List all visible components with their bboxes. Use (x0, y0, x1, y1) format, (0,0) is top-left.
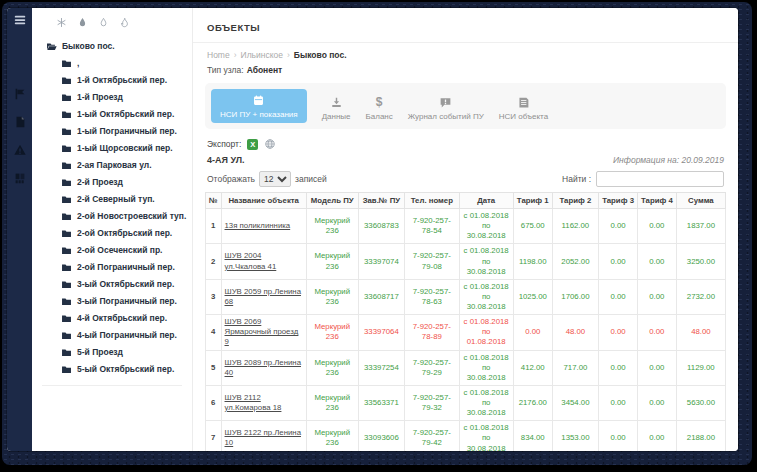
table-row: 3ШУВ 2059 пр.Ленина 68Меркурий 236336087… (206, 279, 726, 314)
table-row: 4ШУВ 2069 Ярмарочный проезд 9Меркурий 23… (206, 315, 726, 350)
tree-item[interactable]: 4-ый Пограничный пер. (61, 327, 192, 344)
flame-icon[interactable] (119, 17, 130, 28)
tree-item-label: 1-й Проезд (77, 89, 123, 106)
object-name-link[interactable]: ШУВ 2089 пр.Ленина 40 (225, 358, 301, 377)
table-body: 113я поликлинникаМеркурий 236336087837-9… (206, 209, 726, 452)
cell-tariff-4: 0.00 (637, 279, 676, 314)
cell-tariff-1: 834.00 (513, 421, 552, 451)
tree-item[interactable]: 3-ый Пограничный пер. (61, 293, 192, 310)
snowflake-icon[interactable] (56, 17, 67, 28)
tree-item-label: 1-ый Щорсовский пер. (77, 140, 173, 157)
date-line: с 01.08.2018 (463, 317, 510, 327)
drop-filled-icon[interactable] (77, 17, 88, 28)
tree-item[interactable]: 2-ой Осеченский пр. (61, 242, 192, 259)
tree-item[interactable]: 2-ая Парковая ул. (61, 157, 192, 174)
export-excel-icon[interactable]: X (247, 139, 258, 150)
column-header: Модель ПУ (306, 193, 358, 209)
warning-icon[interactable] (13, 143, 27, 157)
flag-icon[interactable] (13, 87, 27, 101)
page-size-select[interactable]: 12 (259, 171, 291, 187)
cell-tariff-1: 1025.00 (513, 279, 552, 314)
date-line: с 01.08.2018 (463, 423, 510, 433)
cell-date-range: с 01.08.2018по 30.08.2018 (459, 279, 513, 314)
tree-item[interactable]: 2-ой Пограничный пер. (61, 259, 192, 276)
column-header: Тариф 3 (599, 193, 638, 209)
tree-item[interactable]: , (61, 55, 192, 72)
ledger-icon (517, 96, 530, 109)
cell-serial-number: 33608717 (358, 279, 405, 314)
search-label: Найти : (562, 174, 591, 184)
tree-item[interactable]: 4-й Октябрьский пер. (61, 310, 192, 327)
object-name-link[interactable]: ШУВ 2059 пр.Ленина 68 (225, 287, 301, 306)
drop-outline-icon[interactable] (98, 17, 109, 28)
date-line: по 30.08.2018 (463, 257, 510, 277)
cell-sum: 1837.00 (676, 209, 725, 244)
tree-item-label: 2-ая Парковая ул. (77, 157, 152, 174)
export-web-icon[interactable] (264, 138, 276, 150)
cell-tariff-2: 1353.00 (552, 421, 599, 451)
object-name-link[interactable]: ШУВ 2112 ул.Комарова 18 (225, 393, 282, 412)
document-icon[interactable] (13, 115, 27, 129)
cell-tariff-4: 0.00 (637, 209, 676, 244)
tree-item[interactable]: 1-й Проезд (61, 89, 192, 106)
folder-icon (61, 228, 72, 239)
tree-item[interactable]: 3-ый Октябрьский пер. (61, 276, 192, 293)
tab-journal[interactable]: Журнал событий ПУ (408, 96, 484, 123)
tree-item-label: 1-й Октябрьский пер. (77, 72, 167, 89)
tree-item-label: , (77, 55, 79, 72)
cell-date-range: с 01.08.2018по 01.08.2018 (459, 315, 513, 350)
object-name-link[interactable]: ШУВ 2004 ул.Чкалова 41 (225, 251, 277, 270)
cell-number: 1 (206, 209, 222, 244)
tree-item-label: 1-ый Пограничный пер. (77, 123, 177, 140)
breadcrumb-link[interactable]: Home (207, 50, 230, 60)
tree-item[interactable]: 5-ый Октябрьский пер. (61, 361, 192, 378)
folder-open-icon (46, 41, 57, 52)
folder-icon (61, 58, 72, 69)
tree-item[interactable]: 5-й Проезд (61, 344, 192, 361)
folder-icon (61, 160, 72, 171)
display-label-after: записей (295, 174, 327, 184)
search-input[interactable] (596, 171, 724, 187)
object-name-link[interactable]: ШУВ 2069 Ярмарочный проезд 9 (225, 317, 299, 346)
tree-item[interactable]: 1-ый Щорсовский пер. (61, 140, 192, 157)
tree-item-label: 4-й Октябрьский пер. (77, 310, 167, 327)
cell-number: 7 (206, 421, 222, 451)
folder-icon (61, 109, 72, 120)
tab-ledger[interactable]: НСИ объекта (499, 96, 548, 123)
tree-item[interactable]: 1-ый Пограничный пер. (61, 123, 192, 140)
tree-item[interactable]: 2-й Северный туп. (61, 191, 192, 208)
street-section-title: 4-АЯ УЛ. (207, 155, 245, 165)
tree-item[interactable]: 2-ой Октябрьский пер. (61, 225, 192, 242)
cell-phone-number: 7-920-257-79-29 (405, 350, 459, 385)
cell-meter-model: Меркурий 236 (306, 315, 358, 350)
cell-date-range: с 01.08.2018по 30.08.2018 (459, 350, 513, 385)
breadcrumb-link[interactable]: Ильинское (241, 50, 283, 60)
cell-phone-number: 7-920-257-78-89 (405, 315, 459, 350)
object-name-link[interactable]: 13я поликлинника (225, 221, 291, 230)
cell-object-name: ШУВ 2112 ул.Комарова 18 (221, 385, 306, 420)
chart-icon[interactable] (13, 171, 27, 185)
folder-icon (61, 143, 72, 154)
cell-tariff-1: 675.00 (513, 209, 552, 244)
page-header: ОБЪЕКТЫ (193, 8, 738, 43)
cell-object-name: 13я поликлинника (221, 209, 306, 244)
column-header: Название объекта (221, 193, 306, 209)
tree-root-item[interactable]: Быково пос. (46, 38, 192, 55)
date-line: с 01.08.2018 (463, 282, 510, 292)
tree-item-label: 5-ый Октябрьский пер. (77, 361, 174, 378)
menu-icon[interactable] (13, 13, 27, 27)
tree-item[interactable]: 1-ый Октябрьский пер. (61, 106, 192, 123)
tree-item[interactable]: 2-ой Новостроевский туп. (61, 208, 192, 225)
tree-item[interactable]: 1-й Октябрьский пер. (61, 72, 192, 89)
column-header: Дата (459, 193, 513, 209)
tab-dollar[interactable]: $Баланс (366, 96, 393, 123)
cell-object-name: ШУВ 2004 ул.Чкалова 41 (221, 244, 306, 279)
table-header: №Название объектаМодель ПУЗав.№ ПУТел. н… (206, 193, 726, 209)
tab-download[interactable]: Данные (322, 96, 351, 123)
controls-row: Отображать 12 записей Найти : (205, 165, 726, 192)
date-line: по 30.08.2018 (463, 221, 510, 241)
object-name-link[interactable]: ШУВ 2122 пр.Ленина 10 (225, 428, 301, 447)
tree-item[interactable]: 2-й Проезд (61, 174, 192, 191)
tree-item-label: 2-ой Пограничный пер. (77, 259, 175, 276)
tab-calendar[interactable]: НСИ ПУ + показания (211, 89, 307, 123)
